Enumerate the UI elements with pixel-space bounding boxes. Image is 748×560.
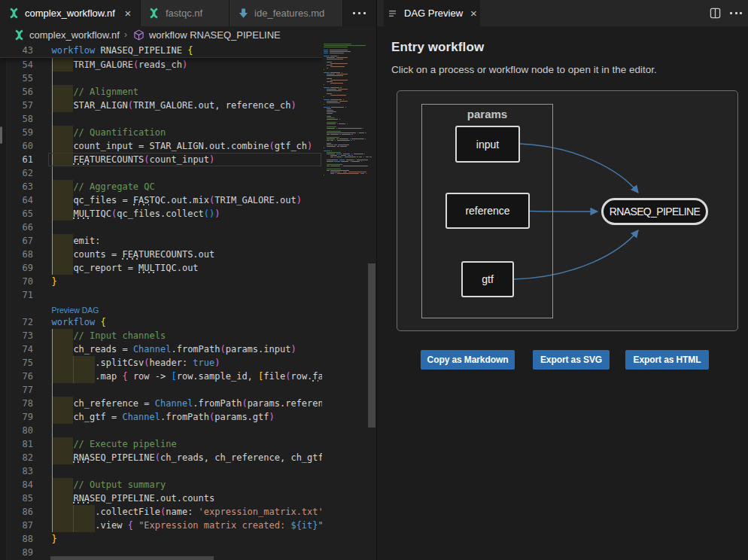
code-line-64[interactable]: 64 qc_files = FASTQC.out.mix(TRIM_GALORE… [0,193,322,207]
minimap-token-bar [324,69,324,70]
code-line-63[interactable]: 63 // Aggregate QC [0,180,322,193]
code-token: true [193,358,214,368]
close-tab-icon[interactable]: × [120,6,135,21]
sticky-scroll[interactable]: 43workflow RNASEQ_PIPELINE { [0,43,322,58]
code-token: .fromPath [160,412,209,422]
dag-node-rnaseq-pipeline[interactable]: RNASEQ_PIPELINE [601,198,708,225]
vertical-scrollbar[interactable] [367,43,376,560]
dot [358,12,360,14]
minimap-token-bar [330,53,344,53]
diagnostic-hint-token: FEA [122,249,138,260]
code-line-68[interactable]: 68 counts = FEATURECOUNTS.out [0,248,322,261]
code-line-73[interactable]: 73 // Input channels [0,329,322,342]
code-line-84[interactable]: 84 // Output summary [0,478,322,492]
diagnostic-hint-token: MUL [73,208,90,219]
minimap[interactable] [322,43,367,560]
code-line-74[interactable]: 74 ch_reads = Channel.fromPath(params.in… [0,342,322,356]
code-line-66[interactable]: 66 [0,221,322,234]
code-line-65[interactable]: 65 MULTIQC(qc_files.collect()) [0,207,322,221]
minimap-line [330,83,343,84]
more-actions-icon[interactable] [728,6,743,21]
minimap-token-bar [357,157,357,157]
sticky-line-43[interactable]: 43workflow RNASEQ_PIPELINE { [0,44,322,57]
minimap-token-bar [336,128,337,129]
code-token: } [52,534,57,544]
split-editor-icon[interactable] [707,6,722,21]
code-line-85[interactable]: 85 RNASEQ_PIPELINE.out.counts [0,492,322,505]
code-line-81[interactable]: 81 // Execute pipeline [0,437,322,451]
code-text: RNASEQ_PIPELINE(ch_reads, ch_reference, … [52,451,324,464]
code-line-88[interactable]: 88} [0,532,322,546]
code-text: .view { "Expression matrix created: ${it… [52,519,324,532]
panel-description: Click on a process or workflow node to o… [391,64,657,75]
tab-complex-workflow[interactable]: complex_workflow.nf × [0,0,141,26]
minimap-token-bar [342,166,342,166]
dag-node-input[interactable]: input [455,126,520,163]
code-line-87[interactable]: 87 .view { "Expression matrix created: $… [0,519,322,532]
code-line-70[interactable]: 70} [0,275,322,288]
export-as-html-button[interactable]: Export as HTML [625,350,709,370]
code-text: // Aggregate QC [52,180,155,193]
breadcrumb-symbol[interactable]: workflow RNASEQ_PIPELINE [149,29,281,41]
tab-dag-preview[interactable]: DAG Preview × [384,0,480,26]
copy-as-markdown-button[interactable]: Copy as Markdown [421,350,515,370]
breadcrumb: complex_workflow.nf › workflow RNASEQ_PI… [0,26,376,43]
code-line-67[interactable]: 67 emit: [0,234,322,248]
more-tabs-icon[interactable] [347,12,372,14]
minimap-token-bar [327,146,336,147]
line-number: 89 [0,546,33,559]
minimap-line [327,102,339,103]
code-line-58[interactable]: 58 [0,112,322,126]
code-line-55[interactable]: 55 [0,72,322,85]
code-token [52,452,74,463]
code-line-76[interactable]: 76 .map { row -> [row.sample_id, [file(r… [0,370,322,383]
diagnostic-hint-token: RNA [73,452,90,463]
current-line-highlight [48,153,321,166]
tab-fastqc[interactable]: fastqc.nf [141,0,230,26]
code-token: ch_reads = [52,344,133,355]
code-line-79[interactable]: 79 ch_gtf = Channel.fromPath(params.gtf) [0,410,322,424]
code-line-75[interactable]: 75 .splitCsv(header: true) [0,356,322,370]
code-line-62[interactable]: 62 [0,166,322,180]
breadcrumb-file[interactable]: complex_workflow.nf [29,29,120,41]
minimap-line [324,84,324,85]
code-line-86[interactable]: 86 .collectFile(name: 'expression_matrix… [0,505,322,519]
dot [735,12,737,14]
export-as-svg-button[interactable]: Export as SVG [533,350,610,370]
minimap-token-bar [324,53,328,53]
minimap-token-bar [330,83,343,84]
code-token: // Aggregate QC [52,181,155,192]
dag-node-reference[interactable]: reference [445,193,530,229]
code-text: workflow RNASEQ_PIPELINE { [52,44,193,57]
code-line-83[interactable]: 83 [0,464,322,478]
code-line-54[interactable]: 54 TRIM_GALORE(reads_ch) [0,58,322,72]
code-text: qc_report = MULTIQC.out [52,261,199,275]
code-line-71[interactable]: 71 [0,288,322,302]
code-line-60[interactable]: 60 count_input = STAR_ALIGN.out.combine(… [0,139,322,153]
minimap-line [330,80,348,81]
code-line-80[interactable]: 80 [0,424,322,437]
code-line-77[interactable]: 77 [0,383,322,397]
code-line-69[interactable]: 69 qc_report = MULTIQC.out [0,261,322,275]
code-line-57[interactable]: 57 STAR_ALIGN(TRIM_GALORE.out, reference… [0,99,322,112]
minimap-token-bar [365,138,366,139]
minimap-token-bar [337,173,359,174]
code-line-82[interactable]: 82 RNASEQ_PIPELINE(ch_reads, ch_referenc… [0,451,322,464]
horizontal-scrollbar-thumb[interactable] [50,556,214,560]
code-line-72[interactable]: 72workflow { [0,315,322,329]
vertical-scrollbar-thumb[interactable] [368,263,376,428]
panel-tab-label: DAG Preview [404,8,463,19]
code-line-59[interactable]: 59 // Quantification [0,126,322,139]
horizontal-scrollbar[interactable] [48,556,321,560]
code-line-56[interactable]: 56 // Alignment [0,85,322,99]
dag-node-gtf[interactable]: gtf [461,261,514,297]
code-line-78[interactable]: 78 ch_reference = Channel.fromPath(param… [0,397,322,410]
minimap-token-bar [342,134,351,135]
close-panel-icon[interactable]: × [470,7,477,20]
minimap-token-bar [334,157,335,157]
code-editor[interactable]: 54 TRIM_GALORE(reads_ch)5556 // Alignmen… [0,43,376,560]
minimap-token-bar [324,148,324,148]
minimap-token-bar [359,157,362,157]
line-number: 57 [0,99,33,112]
tab-ide-features[interactable]: ide_features.md [230,0,343,26]
